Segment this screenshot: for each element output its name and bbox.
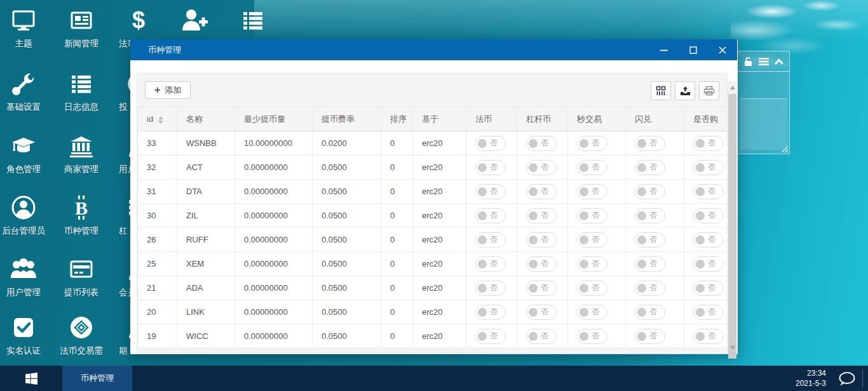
toggle-off-switch[interactable]: 否 [475, 256, 506, 272]
chevron-up-icon[interactable] [775, 58, 783, 65]
desktop-icon[interactable]: 商家管理 [55, 131, 108, 175]
toggle-off-switch[interactable]: 否 [577, 160, 607, 175]
desktop-icon[interactable]: 实名认证 [0, 312, 50, 357]
toggle-off-switch[interactable]: 否 [635, 184, 665, 199]
sort-icon[interactable] [158, 116, 163, 124]
toggle-off-switch[interactable]: 否 [635, 208, 665, 223]
desktop-icon[interactable]: 角色管理 [0, 131, 50, 175]
toggle-off-switch[interactable]: 否 [693, 281, 724, 296]
toggle-off-switch[interactable]: 否 [475, 160, 506, 175]
toggle-off-switch[interactable]: 否 [577, 329, 607, 344]
desktop-icon[interactable]: 基础设置 [0, 69, 50, 113]
toggle-off-switch[interactable]: 否 [635, 160, 665, 175]
scroll-down-arrow[interactable] [728, 343, 737, 353]
toggle-off-switch[interactable]: 否 [693, 329, 724, 344]
scroll-up-arrow[interactable] [728, 83, 737, 93]
toggle-off-switch[interactable]: 否 [635, 281, 665, 296]
toggle-off-switch[interactable]: 否 [577, 208, 607, 223]
desktop-icon[interactable]: 主题 [0, 5, 50, 50]
minimize-button[interactable] [649, 39, 679, 60]
cell-min: 0.00000000 [235, 228, 313, 252]
toggle-off-switch[interactable]: 否 [526, 305, 557, 320]
toggle-off-switch[interactable]: 否 [526, 136, 557, 151]
toggle-off-switch[interactable]: 否 [526, 184, 557, 199]
desktop-icon[interactable]: 日志信息 [55, 69, 108, 113]
toggle-off-switch[interactable]: 否 [635, 232, 665, 248]
toggle-off-switch[interactable]: 否 [475, 208, 506, 223]
start-button[interactable] [0, 366, 62, 391]
toggle-off-switch[interactable]: 否 [577, 305, 607, 320]
toggle-off-switch[interactable]: 否 [526, 281, 557, 296]
menu-icon[interactable] [759, 57, 769, 66]
desktop-icon[interactable]: B币种管理 [55, 192, 108, 237]
desktop-icon[interactable]: 用户管理 [0, 254, 50, 298]
toggle-off-switch[interactable]: 否 [577, 136, 607, 151]
currency-management-window: 币种管理 + 添加 [130, 39, 738, 354]
toggle-off-switch[interactable]: 否 [475, 232, 506, 248]
taskbar-active-task[interactable]: 币种管理 [62, 366, 132, 391]
toggle-off-switch[interactable]: 否 [693, 136, 724, 151]
toggle-off-switch[interactable]: 否 [577, 232, 607, 248]
cell-sort: 0 [381, 276, 413, 300]
toggle-off-switch[interactable]: 否 [577, 281, 607, 296]
toggle-off-switch[interactable]: 否 [475, 329, 506, 344]
toggle-knob [696, 308, 705, 317]
scrollbar-thumb[interactable] [728, 94, 736, 359]
print-button[interactable] [699, 81, 719, 100]
toggle-off-switch[interactable]: 否 [475, 305, 506, 320]
toggle-off-switch[interactable]: 否 [693, 232, 724, 248]
currency-table: id 名称 最少提币量 提币费率 排序 基于 法币 杠杆币 秒交易 闪兑 是否购 [137, 107, 727, 348]
toggle-cell-leverage: 否 [517, 156, 568, 180]
toggle-off-switch[interactable]: 否 [635, 329, 665, 344]
user-plus-icon [168, 5, 221, 36]
task-label: 币种管理 [81, 373, 114, 384]
toggle-cell-flash: 否 [626, 324, 684, 348]
add-button[interactable]: + 添加 [145, 81, 191, 99]
header-id[interactable]: id [138, 107, 177, 131]
desktop-icon[interactable] [226, 5, 280, 38]
toggle-off-switch[interactable]: 否 [577, 184, 607, 199]
close-button[interactable] [708, 39, 737, 60]
toggle-off-switch[interactable]: 否 [693, 256, 724, 272]
toggle-off-switch[interactable]: 否 [693, 184, 724, 199]
toggle-off-switch[interactable]: 否 [526, 208, 557, 223]
cell-min: 0.00000000 [235, 156, 313, 180]
toggle-off-switch[interactable]: 否 [475, 281, 506, 296]
toggle-off-switch[interactable]: 否 [635, 136, 665, 151]
maximize-button[interactable] [679, 39, 708, 60]
toggle-knob [529, 163, 538, 172]
toggle-off-switch[interactable]: 否 [475, 136, 506, 151]
show-desktop-divider[interactable] [862, 369, 863, 387]
toggle-off-switch[interactable]: 否 [635, 256, 665, 272]
cell-min: 0.00000000 [235, 204, 313, 228]
notification-bubble-icon[interactable] [838, 371, 855, 389]
toggle-off-switch[interactable]: 否 [475, 184, 506, 199]
toggle-off-switch[interactable]: 否 [693, 208, 724, 223]
toggle-off-switch[interactable]: 否 [577, 256, 607, 272]
cell-sort: 0 [381, 204, 413, 228]
columns-button[interactable] [651, 81, 671, 100]
cell-id: 32 [138, 156, 177, 180]
toggle-cell-second-trade: 否 [568, 228, 626, 252]
export-button[interactable] [675, 81, 695, 100]
desktop-icon[interactable]: 提币列表 [55, 254, 108, 298]
toggle-off-switch[interactable]: 否 [693, 305, 724, 320]
unlock-icon[interactable] [743, 56, 753, 67]
toggle-off-switch[interactable]: 否 [526, 256, 557, 272]
toggle-off-switch[interactable]: 否 [526, 160, 557, 175]
desktop-icon[interactable]: 后台管理员 [0, 192, 50, 237]
toggle-label: 否 [592, 282, 599, 293]
vertical-scrollbar[interactable] [728, 81, 737, 354]
toggle-off-switch[interactable]: 否 [526, 329, 557, 344]
toggle-knob [696, 235, 705, 244]
list-icon [226, 5, 280, 36]
toggle-knob [529, 332, 538, 341]
taskbar-clock[interactable]: 23:34 2021-5-3 [796, 368, 826, 388]
toggle-off-switch[interactable]: 否 [635, 305, 665, 320]
toggle-off-switch[interactable]: 否 [526, 232, 557, 248]
desktop-icon[interactable]: 法币交易需 [55, 312, 108, 357]
desktop-icon[interactable]: 新闻管理 [55, 5, 108, 50]
toggle-off-switch[interactable]: 否 [693, 160, 724, 175]
cell-base: erc20 [413, 156, 466, 180]
desktop-icon[interactable] [168, 5, 221, 38]
